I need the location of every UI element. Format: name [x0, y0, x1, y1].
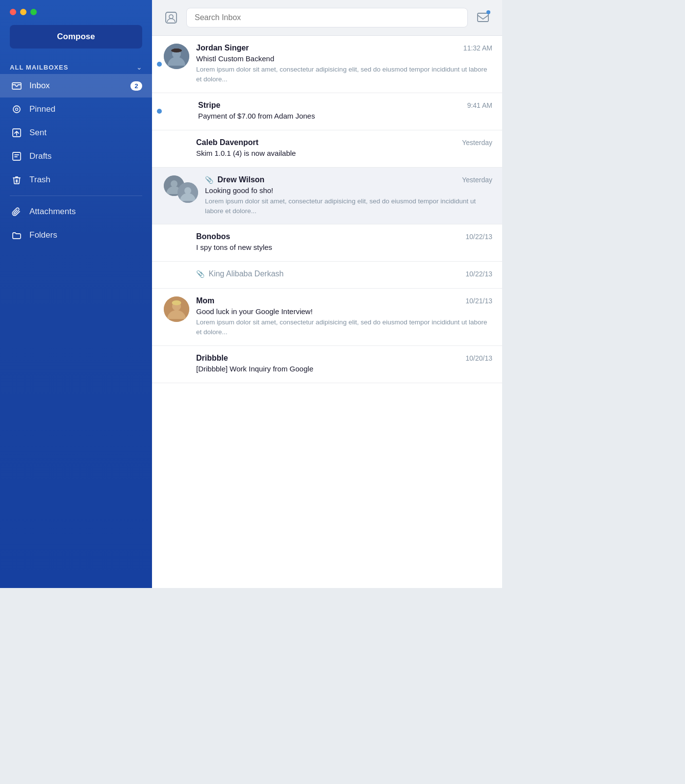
email-time: 10/22/13 — [466, 270, 493, 278]
contact-photo-button[interactable] — [162, 8, 180, 27]
attachment-icon — [10, 206, 24, 217]
sidebar-label-drafts: Drafts — [29, 151, 142, 161]
email-time: 10/21/13 — [466, 297, 493, 305]
email-subject: I spy tons of new styles — [196, 243, 492, 251]
email-time: 11:32 AM — [463, 44, 492, 52]
email-content: 📎 Drew Wilson Yesterday Looking good fo … — [205, 175, 492, 217]
email-content: Mom 10/21/13 Good luck in your Google In… — [196, 296, 492, 338]
sidebar: Compose ALL MAILBOXES ⌄ Inbox 2 Pinned — [0, 0, 152, 588]
email-content: 📎 King Alibaba Derkash 10/22/13 — [196, 270, 492, 280]
unread-indicator — [157, 62, 162, 67]
email-time: 9:41 AM — [467, 101, 492, 109]
chevron-down-icon[interactable]: ⌄ — [136, 63, 142, 71]
email-item[interactable]: 📎 King Alibaba Derkash 10/22/13 — [152, 262, 502, 289]
svg-point-13 — [171, 180, 178, 187]
pin-icon — [10, 104, 24, 115]
email-sender: Dribbble — [196, 354, 228, 363]
email-header: Caleb Davenport Yesterday — [196, 138, 492, 147]
email-content: Dribbble 10/20/13 [Dribbble] Work Inquir… — [196, 354, 492, 375]
inbox-badge: 2 — [130, 81, 142, 91]
sidebar-label-trash: Trash — [29, 175, 142, 185]
sidebar-item-sent[interactable]: Sent — [0, 121, 152, 145]
email-time: Yesterday — [462, 176, 492, 184]
main-panel: Jordan Singer 11:32 AM Whistl Custom Bac… — [152, 0, 502, 588]
svg-rect-7 — [478, 13, 488, 22]
svg-point-18 — [172, 300, 181, 305]
email-header: 📎 Drew Wilson Yesterday — [205, 175, 492, 184]
email-content: Stripe 9:41 AM Payment of $7.00 from Ada… — [198, 101, 492, 122]
email-header: Mom 10/21/13 — [196, 296, 492, 305]
minimize-button[interactable] — [20, 9, 26, 15]
avatar — [164, 296, 189, 322]
avatar — [164, 44, 189, 69]
sidebar-label-inbox: Inbox — [29, 81, 130, 91]
email-item[interactable]: Bonobos 10/22/13 I spy tons of new style… — [152, 224, 502, 262]
email-sender: Bonobos — [196, 232, 230, 241]
email-content: Jordan Singer 11:32 AM Whistl Custom Bac… — [196, 44, 492, 85]
unread-indicator — [157, 109, 162, 114]
sidebar-item-trash[interactable]: Trash — [0, 168, 152, 192]
sidebar-label-attachments: Attachments — [29, 207, 142, 217]
email-preview: Lorem ipsum dolor sit amet, consectetur … — [205, 196, 492, 217]
email-sender: Jordan Singer — [196, 44, 249, 52]
email-header: Jordan Singer 11:32 AM — [196, 44, 492, 52]
email-header: 📎 King Alibaba Derkash 10/22/13 — [196, 270, 492, 278]
compose-button[interactable]: Compose — [10, 25, 142, 49]
mailboxes-label: ALL MAILBOXES — [10, 64, 68, 71]
email-sender: Stripe — [198, 101, 220, 110]
close-button[interactable] — [10, 9, 16, 15]
email-sender: Mom — [196, 296, 214, 305]
attachment-inline-icon: 📎 — [196, 270, 204, 278]
email-content: Caleb Davenport Yesterday Skim 1.0.1 (4)… — [196, 138, 492, 159]
svg-rect-4 — [13, 152, 21, 160]
attachment-inline-icon: 📎 — [205, 176, 213, 184]
email-content: Bonobos 10/22/13 I spy tons of new style… — [196, 232, 492, 253]
email-header: Bonobos 10/22/13 — [196, 232, 492, 241]
fullscreen-button[interactable] — [30, 9, 37, 15]
inbox-icon — [10, 80, 24, 91]
email-subject: Payment of $7.00 from Adam Jones — [198, 112, 492, 120]
folder-icon — [10, 230, 24, 241]
email-subject: Good luck in your Google Interview! — [196, 307, 492, 316]
topbar — [152, 0, 502, 36]
email-time: 10/20/13 — [466, 354, 493, 362]
svg-point-6 — [169, 15, 173, 19]
email-time: 10/22/13 — [466, 233, 493, 241]
email-header: Dribbble 10/20/13 — [196, 354, 492, 363]
email-item[interactable]: Jordan Singer 11:32 AM Whistl Custom Bac… — [152, 36, 502, 93]
email-item[interactable]: 📎 Drew Wilson Yesterday Looking good fo … — [152, 168, 502, 225]
email-subject: Whistl Custom Backend — [196, 54, 492, 63]
sidebar-label-folders: Folders — [29, 230, 142, 240]
email-sender: 📎 King Alibaba Derkash — [196, 270, 283, 278]
email-sender: Caleb Davenport — [196, 138, 258, 147]
email-item[interactable]: Caleb Davenport Yesterday Skim 1.0.1 (4)… — [152, 130, 502, 168]
sidebar-item-folders[interactable]: Folders — [0, 223, 152, 247]
email-preview: Lorem ipsum dolor sit amet, consectetur … — [196, 65, 492, 85]
email-item[interactable]: Mom 10/21/13 Good luck in your Google In… — [152, 289, 502, 346]
sidebar-item-inbox[interactable]: Inbox 2 — [0, 74, 152, 98]
email-list: Jordan Singer 11:32 AM Whistl Custom Bac… — [152, 36, 502, 588]
svg-point-2 — [16, 108, 18, 111]
avatar-group — [164, 175, 198, 203]
mailboxes-header: ALL MAILBOXES ⌄ — [0, 58, 152, 74]
sidebar-item-attachments[interactable]: Attachments — [0, 200, 152, 223]
traffic-lights — [0, 0, 152, 22]
email-item[interactable]: Dribbble 10/20/13 [Dribbble] Work Inquir… — [152, 346, 502, 383]
svg-point-15 — [184, 187, 191, 194]
drafts-icon — [10, 151, 24, 162]
notification-dot — [486, 10, 490, 14]
sidebar-label-sent: Sent — [29, 128, 142, 138]
email-subject: [Dribbble] Work Inquiry from Google — [196, 365, 492, 373]
sidebar-divider — [10, 196, 142, 196]
new-message-button[interactable] — [474, 8, 492, 27]
svg-rect-11 — [174, 49, 179, 51]
search-input[interactable] — [186, 8, 468, 27]
email-item[interactable]: Stripe 9:41 AM Payment of $7.00 from Ada… — [152, 93, 502, 130]
email-time: Yesterday — [462, 139, 492, 147]
svg-point-1 — [13, 106, 20, 113]
sidebar-item-pinned[interactable]: Pinned — [0, 98, 152, 121]
email-sender: 📎 Drew Wilson — [205, 175, 264, 184]
sidebar-label-pinned: Pinned — [29, 104, 142, 114]
sidebar-item-drafts[interactable]: Drafts — [0, 145, 152, 168]
avatar — [178, 182, 198, 203]
